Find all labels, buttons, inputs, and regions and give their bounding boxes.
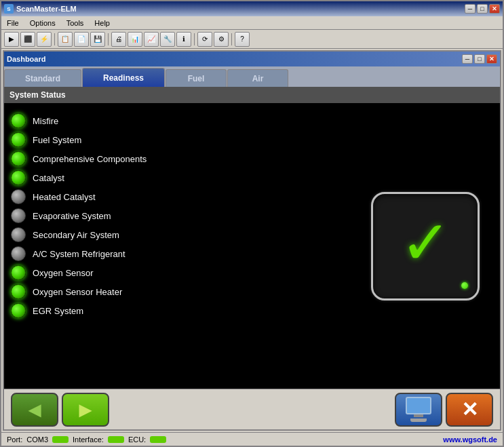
list-item: Heated Catalyst [11,189,351,204]
port-indicator [52,436,69,443]
toolbar-separator-3 [194,33,195,45]
checkmark-icon: ✓ [400,212,451,273]
status-indicator-misfire [11,113,26,128]
dashboard-title: Dashboard [7,55,45,63]
menu-options[interactable]: Options [27,18,58,28]
dashboard-window: Dashboard ─ □ ✕ Standard Readiness Fuel … [3,50,501,431]
monitor-button[interactable] [395,393,442,427]
item-label-misfire: Misfire [33,116,58,126]
monitor-base [410,419,427,422]
check-box: ✓ [371,192,480,300]
main-content: Misfire Fuel System Comprehensive Compon… [4,103,500,389]
dashboard-maximize-button[interactable]: □ [474,54,485,64]
app-icon: S [4,4,14,14]
item-label-secondary-air: Secondary Air System [33,230,119,240]
status-indicator-oxygen-heater [11,284,26,299]
toolbar-btn-10[interactable]: 🔧 [160,32,175,47]
list-item: Catalyst [11,170,351,185]
app-title: ScanMaster-ELM [16,5,77,13]
tab-standard[interactable]: Standard [4,69,81,87]
item-label-heated-catalyst: Heated Catalyst [33,192,96,202]
toolbar-btn-13[interactable]: ⚙ [214,32,229,47]
port-label: Port: [7,435,22,444]
minimize-button[interactable]: ─ [465,4,476,14]
port-value: COM3 [26,435,48,444]
menu-help[interactable]: Help [92,18,113,28]
status-bar: Port: COM3 Interface: ECU: www.wgsoft.de [1,432,503,446]
item-label-comprehensive: Comprehensive Components [33,154,147,164]
item-label-egr: EGR System [33,306,83,316]
app-title-bar: S ScanMaster-ELM ─ □ ✕ [1,1,503,16]
status-indicator-catalyst [11,170,26,185]
interface-label: Interface: [73,435,104,444]
outer-window: S ScanMaster-ELM ─ □ ✕ File Options Tool… [0,0,504,447]
dashboard-close-button[interactable]: ✕ [486,54,497,64]
toolbar-separator-4 [231,33,232,45]
toolbar-btn-14[interactable]: ? [235,32,250,47]
dashboard-minimize-button[interactable]: ─ [462,54,473,64]
interface-indicator [108,436,124,443]
check-panel: ✓ [357,110,493,382]
list-item: Secondary Air System [11,227,351,242]
back-button[interactable]: ◄ [11,393,58,427]
toolbar-btn-12[interactable]: ⟳ [197,32,212,47]
ecu-indicator [150,436,166,443]
toolbar-separator-2 [108,33,109,45]
toolbar-separator-1 [54,33,55,45]
toolbar-btn-8[interactable]: 📊 [128,32,142,47]
nav-buttons: ◄ ► [11,393,109,427]
item-label-evaporative: Evaporative System [33,211,111,221]
check-dot [461,282,468,289]
item-label-oxygen-sensor: Oxygen Sensor [33,268,94,278]
forward-button[interactable]: ► [62,393,109,427]
bottom-toolbar: ◄ ► ✕ [4,389,500,429]
status-indicator-secondary-air [11,227,26,242]
status-bar-left: Port: COM3 Interface: ECU: [7,435,166,444]
toolbar-btn-3[interactable]: ⚡ [37,32,52,47]
item-label-ac: A/C System Refrigerant [33,249,125,259]
system-status-label: System Status [9,90,66,100]
tabs-bar: Standard Readiness Fuel Air [4,66,500,87]
menu-tools[interactable]: Tools [64,18,87,28]
toolbar-btn-4[interactable]: 📋 [58,32,73,47]
toolbar-btn-11[interactable]: ℹ [176,32,191,47]
close-button[interactable]: ✕ [489,4,500,14]
ecu-label: ECU: [128,435,146,444]
exit-button[interactable]: ✕ [446,393,493,427]
exit-icon: ✕ [461,400,478,420]
tab-fuel[interactable]: Fuel [166,69,227,87]
toolbar-btn-2[interactable]: ⬛ [20,32,35,47]
status-indicator-comprehensive [11,151,26,166]
tab-readiness[interactable]: Readiness [82,68,165,87]
item-label-fuel-system: Fuel System [33,135,81,145]
action-buttons: ✕ [395,393,493,427]
dashboard-title-bar: Dashboard ─ □ ✕ [4,52,500,66]
toolbar-btn-5[interactable]: 📄 [74,32,89,47]
system-status-header: System Status [4,87,500,103]
toolbar: ▶ ⬛ ⚡ 📋 📄 💾 🖨 📊 📈 🔧 ℹ ⟳ ⚙ ? [1,30,503,49]
status-indicator-egr [11,303,26,318]
items-list: Misfire Fuel System Comprehensive Compon… [11,110,351,382]
list-item: A/C System Refrigerant [11,246,351,261]
menu-file[interactable]: File [4,18,22,28]
toolbar-btn-9[interactable]: 📈 [144,32,159,47]
item-label-catalyst: Catalyst [33,173,64,183]
list-item: EGR System [11,303,351,318]
item-label-oxygen-heater: Oxygen Sensor Heater [33,287,122,297]
maximize-button[interactable]: □ [477,4,488,14]
toolbar-btn-7[interactable]: 🖨 [111,32,126,47]
menu-bar: File Options Tools Help [1,16,503,30]
toolbar-btn-1[interactable]: ▶ [4,32,19,47]
status-indicator-ac [11,246,26,261]
forward-arrow-icon: ► [75,399,96,421]
status-indicator-evaporative [11,208,26,223]
list-item: Evaporative System [11,208,351,223]
toolbar-btn-6[interactable]: 💾 [90,32,105,47]
list-item: Misfire [11,113,351,128]
title-buttons: ─ □ ✕ [465,4,500,14]
monitor-icon [406,397,431,422]
tab-air[interactable]: Air [227,69,288,87]
list-item: Comprehensive Components [11,151,351,166]
website-link[interactable]: www.wgsoft.de [443,435,497,444]
status-indicator-fuel-system [11,132,26,147]
